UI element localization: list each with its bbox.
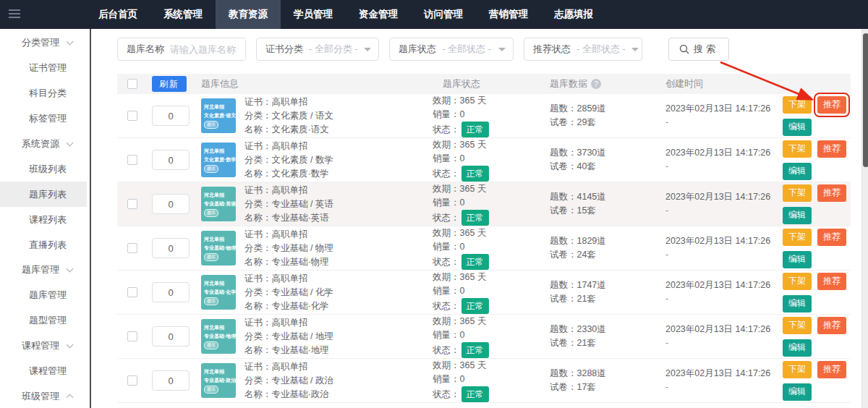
bank-name: 名称：专业基础·化学 <box>244 299 424 313</box>
takedown-button[interactable]: 下架 <box>783 361 812 378</box>
row-checkbox[interactable] <box>127 375 137 386</box>
search-button-label: 搜索 <box>694 43 718 56</box>
menu-hamburger-icon[interactable] <box>9 9 20 18</box>
sidebar-item[interactable]: 题型管理 <box>0 308 87 333</box>
row-actions: 下架 推荐 编辑 <box>783 96 846 136</box>
sidebar: 分类管理 证书管理 科目分类 标签管理 系统资源 班级列表 题库列表 课程列表 … <box>0 29 87 408</box>
table-row: 河北单招 专业基础·物理 题库 证书：高职单招 分类：专业基础 / 物理 名称：… <box>117 226 851 271</box>
bank-category: 分类：文化素质 / 语文 <box>244 109 424 123</box>
sort-input[interactable] <box>152 326 190 347</box>
bank-name-input[interactable] <box>170 38 246 60</box>
sidebar-item[interactable]: 班级列表 <box>0 156 87 182</box>
sidebar-item[interactable]: 分类管理 <box>0 30 87 56</box>
paper-count: 试卷：29套 <box>550 116 657 129</box>
sort-input[interactable] <box>152 106 190 126</box>
nav-item[interactable]: 营销管理 <box>476 0 541 29</box>
sidebar-item[interactable]: 课程管理 <box>0 359 87 384</box>
nav-item[interactable]: 后台首页 <box>85 0 150 29</box>
table-row: 河北单招 文化素质·数学 题库 证书：高职单招 分类：文化素质 / 数学 名称：… <box>117 138 851 182</box>
recommend-button[interactable]: 推荐 <box>817 140 846 158</box>
row-checkbox[interactable] <box>127 155 137 165</box>
created-time: 2023年02月13日 14:17:26 - <box>665 234 774 262</box>
recommend-button[interactable]: 推荐 <box>817 317 846 334</box>
bank-category: 分类：专业基础 / 英语 <box>244 197 424 211</box>
sort-input[interactable] <box>152 194 190 214</box>
sidebar-item[interactable]: 科目分类 <box>0 81 87 106</box>
recommend-status-filter[interactable]: 推荐状态 - 全部状态 - <box>524 38 642 61</box>
nav-item[interactable]: 系统管理 <box>150 0 216 29</box>
sidebar-item[interactable]: 证书管理 <box>0 56 87 81</box>
created-time: 2023年02月13日 14:17:26 - <box>665 102 774 129</box>
takedown-button[interactable]: 下架 <box>783 229 812 246</box>
table-row: 河北单招 专业基础·英语 题库 证书：高职单招 分类：专业基础 / 英语 名称：… <box>117 182 851 226</box>
takedown-button[interactable]: 下架 <box>783 96 812 114</box>
sidebar-item[interactable]: 系统资源 <box>0 132 87 157</box>
bank-category: 分类：专业基础 / 政治 <box>244 374 424 388</box>
bank-validity: 效期：365 天 <box>433 315 541 328</box>
bank-data: 题数：1829道 试卷：24套 <box>550 234 657 262</box>
bank-cert: 证书：高职单招 <box>244 95 424 109</box>
sort-input[interactable] <box>152 150 190 170</box>
sidebar-item[interactable]: 课程列表 <box>0 207 87 232</box>
sidebar-item[interactable]: 班级管理 <box>0 383 87 408</box>
paper-count: 试卷：17套 <box>550 381 657 394</box>
header-created-time: 创建时间 <box>665 77 774 90</box>
cert-category-filter[interactable]: 证书分类 - 全部分类 - <box>256 38 379 61</box>
sidebar-item[interactable]: 标签管理 <box>0 106 87 132</box>
nav-item[interactable]: 教育资源 <box>216 0 281 29</box>
recommend-button[interactable]: 推荐 <box>817 96 846 114</box>
help-icon[interactable]: ? <box>591 79 601 89</box>
edit-button[interactable]: 编辑 <box>783 383 812 401</box>
edit-button[interactable]: 编辑 <box>783 339 812 357</box>
bank-thumbnail: 河北单招 专业基础·地理 题库 <box>201 319 236 354</box>
top-nav: 后台首页 系统管理 教育资源 学员管理 资金管理 访问管理 营销管理 志愿填报 <box>0 0 868 29</box>
sidebar-item[interactable]: 直播列表 <box>0 232 87 258</box>
sort-input[interactable] <box>152 282 190 302</box>
refresh-button[interactable]: 刷新 <box>152 76 187 92</box>
created-time: 2023年02月13日 14:17:26 - <box>665 190 774 218</box>
nav-item[interactable]: 志愿填报 <box>541 0 606 29</box>
takedown-button[interactable]: 下架 <box>783 273 812 290</box>
top-nav-items: 后台首页 系统管理 教育资源 学员管理 资金管理 访问管理 营销管理 志愿填报 <box>85 0 606 29</box>
sidebar-item[interactable]: 题库列表 <box>0 182 87 207</box>
edit-button[interactable]: 编辑 <box>783 207 812 224</box>
scrollbar-thumb[interactable] <box>863 33 868 167</box>
status-badge: 正常 <box>461 210 489 226</box>
recommend-button[interactable]: 推荐 <box>817 184 846 202</box>
row-checkbox[interactable] <box>127 199 137 209</box>
row-checkbox[interactable] <box>127 243 137 253</box>
takedown-button[interactable]: 下架 <box>783 140 812 158</box>
edit-button[interactable]: 编辑 <box>783 163 812 180</box>
scrollbar-track[interactable] <box>861 29 868 408</box>
created-time: 2023年02月13日 14:17:26 - <box>665 323 774 350</box>
sidebar-item[interactable]: 题库管理 <box>0 258 87 283</box>
takedown-button[interactable]: 下架 <box>783 184 812 202</box>
row-checkbox[interactable] <box>127 331 137 341</box>
nav-item[interactable]: 学员管理 <box>281 0 346 29</box>
bank-validity: 效期：365 天 <box>433 182 541 196</box>
status-badge: 正常 <box>461 298 489 314</box>
bank-status-filter[interactable]: 题库状态 - 全部状态 - <box>389 38 514 61</box>
edit-button[interactable]: 编辑 <box>783 119 812 136</box>
search-button[interactable]: 搜索 <box>668 38 729 61</box>
question-count: 题数：2859道 <box>550 102 657 116</box>
bank-data: 题数：4145道 试卷：15套 <box>550 190 657 218</box>
row-actions: 下架 推荐 编辑 <box>783 361 846 401</box>
sort-input[interactable] <box>152 370 190 391</box>
sort-input[interactable] <box>152 238 190 258</box>
nav-item[interactable]: 访问管理 <box>411 0 476 29</box>
recommend-button[interactable]: 推荐 <box>817 273 846 290</box>
recommend-button[interactable]: 推荐 <box>817 361 846 378</box>
row-checkbox[interactable] <box>127 111 137 121</box>
nav-item[interactable]: 资金管理 <box>346 0 411 29</box>
select-all-checkbox[interactable] <box>127 79 137 89</box>
edit-button[interactable]: 编辑 <box>783 251 812 268</box>
sidebar-item[interactable]: 题库管理 <box>0 283 87 308</box>
header-bank-data: 题库数据 ? <box>550 77 657 90</box>
edit-button[interactable]: 编辑 <box>783 295 812 313</box>
paper-count: 试卷：15套 <box>550 204 657 218</box>
row-checkbox[interactable] <box>127 287 137 297</box>
takedown-button[interactable]: 下架 <box>783 317 812 334</box>
recommend-button[interactable]: 推荐 <box>817 229 846 246</box>
sidebar-item[interactable]: 课程管理 <box>0 333 87 359</box>
